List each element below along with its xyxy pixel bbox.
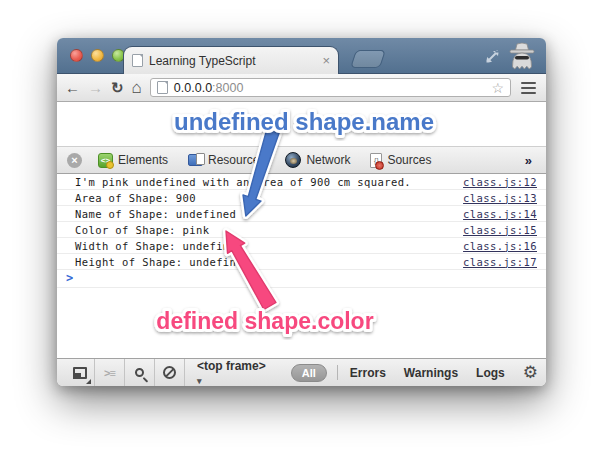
minimize-window-button[interactable] (91, 49, 104, 62)
devtools-close-button[interactable]: × (67, 153, 82, 168)
navigation-toolbar: ← → ↻ ⌂ 0.0.0.0:8000 ☆ (57, 74, 546, 102)
devtools-tab-elements[interactable]: <> Elements (94, 147, 178, 173)
console-drawer-icon: >≡ (104, 367, 115, 379)
log-text: Width of Shape: undefined (75, 240, 243, 252)
expand-arrows-icon[interactable] (485, 49, 500, 64)
browser-tab[interactable]: Learning TypeScript × (123, 46, 339, 74)
sources-icon: {} (370, 153, 382, 168)
console-status-bar: >≡ <top frame> ▾ All Errors Warnings Log… (57, 358, 546, 386)
console-log-row: Name of Shape: undefined class.js:14 (57, 206, 546, 222)
back-icon[interactable]: ← (65, 80, 80, 95)
settings-gear-icon[interactable]: ⚙ (523, 364, 538, 381)
source-link[interactable]: class.js:17 (463, 256, 537, 268)
source-link[interactable]: class.js:15 (463, 224, 537, 236)
console-log-row: Width of Shape: undefined class.js:16 (57, 238, 546, 254)
devtools-tab-network[interactable]: Network (281, 147, 360, 173)
filter-warnings-button[interactable]: Warnings (404, 366, 458, 380)
search-icon (135, 368, 144, 377)
clear-console-button[interactable] (155, 359, 185, 386)
tab-favicon-page-icon (132, 54, 143, 67)
source-link[interactable]: class.js:16 (463, 240, 537, 252)
page-content-area (57, 102, 546, 146)
bookmark-star-icon[interactable]: ☆ (491, 80, 504, 96)
console-prompt[interactable]: > (57, 270, 546, 288)
tab-close-icon[interactable]: × (322, 54, 330, 67)
devtools-tab-sources[interactable]: {} Sources (366, 147, 441, 173)
browser-window: Learning TypeScript × ← (57, 38, 546, 386)
devtools-toolbar: × <> Elements Resources Network {} Sourc… (57, 146, 546, 174)
source-link[interactable]: class.js:12 (463, 176, 537, 188)
console-log-row: Color of Shape: pink class.js:15 (57, 222, 546, 238)
new-tab-button[interactable] (350, 50, 386, 68)
log-text: I'm pink undefined with an area of 900 c… (75, 176, 411, 188)
network-icon (285, 152, 301, 168)
log-text: Name of Shape: undefined (75, 208, 236, 220)
prompt-chevron: > (66, 271, 73, 285)
filter-errors-button[interactable]: Errors (350, 366, 386, 380)
dropdown-caret-icon: ▾ (197, 376, 202, 386)
traffic-lights (70, 49, 125, 62)
dock-side-button[interactable] (65, 359, 95, 386)
tab-title: Learning TypeScript (149, 54, 316, 68)
source-link[interactable]: class.js:14 (463, 208, 537, 220)
console-log-row: I'm pink undefined with an area of 900 c… (57, 174, 546, 190)
filter-logs-button[interactable]: Logs (476, 366, 505, 380)
url-text[interactable]: 0.0.0.0:8000 (174, 81, 486, 95)
home-icon[interactable]: ⌂ (132, 79, 142, 96)
devtools-overflow-chevron[interactable]: » (525, 153, 536, 168)
filter-all-button[interactable]: All (291, 364, 327, 382)
console-panel: I'm pink undefined with an area of 900 c… (57, 174, 546, 358)
resources-icon (188, 154, 203, 166)
dock-side-icon (73, 367, 87, 379)
forward-icon[interactable]: → (88, 80, 103, 95)
source-link[interactable]: class.js:13 (463, 192, 537, 204)
elements-icon: <> (98, 153, 113, 168)
log-text: Color of Shape: pink (75, 224, 209, 236)
close-window-button[interactable] (70, 49, 83, 62)
divider (337, 365, 338, 380)
devtools-tab-resources[interactable]: Resources (184, 147, 275, 173)
url-page-icon (157, 81, 168, 94)
log-text: Area of Shape: 900 (75, 192, 196, 204)
address-bar[interactable]: 0.0.0.0:8000 ☆ (150, 78, 511, 97)
search-button[interactable] (125, 359, 155, 386)
chrome-menu-icon[interactable] (519, 80, 538, 96)
clear-console-icon (163, 366, 176, 379)
window-title-bar: Learning TypeScript × (57, 38, 546, 74)
console-log-row: Height of Shape: undefined class.js:17 (57, 254, 546, 270)
incognito-spy-icon (506, 42, 538, 70)
reload-icon[interactable]: ↻ (111, 80, 124, 95)
console-log-row: Area of Shape: 900 class.js:13 (57, 190, 546, 206)
console-drawer-button[interactable]: >≡ (95, 359, 125, 386)
frame-selector-dropdown[interactable]: <top frame> ▾ (197, 359, 271, 387)
log-text: Height of Shape: undefined (75, 256, 250, 268)
screenshot-stage: Learning TypeScript × ← (0, 0, 600, 462)
url-port: :8000 (212, 81, 243, 95)
